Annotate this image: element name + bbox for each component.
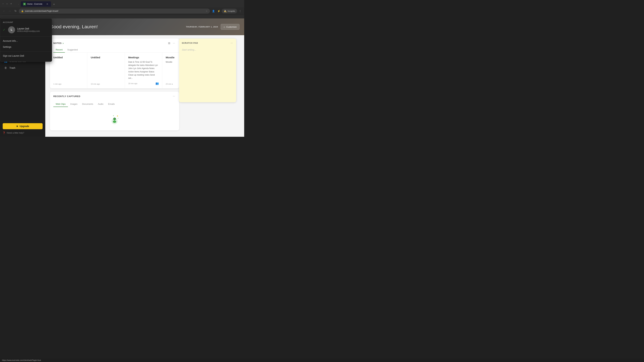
dropdown-user-name: Lauren Deli	[17, 27, 40, 30]
check-icon: ✓	[3, 28, 5, 32]
address-bar[interactable]: 🔒 evernote.com/client/web?login=true#/ ☆	[19, 8, 210, 13]
menu-btn[interactable]: ⋮	[238, 9, 242, 13]
note-time-2: 15 min ago	[91, 83, 100, 85]
trash-icon: 🗑	[4, 66, 8, 69]
tab-bar: ‹ E Home - Evernote ✕ +	[15, 1, 58, 7]
upgrade-label: Upgrade	[20, 125, 29, 128]
notes-add-btn[interactable]: ⊞	[167, 41, 171, 45]
notes-actions: ⊞ ···	[167, 41, 176, 45]
captured-title: RECENTLY CAPTURED	[53, 95, 80, 97]
window-controls: ─ □ ✕	[2, 2, 12, 5]
tab-web-clips[interactable]: Web Clips	[53, 101, 68, 107]
customize-label: Customize	[226, 26, 237, 28]
incognito-icon: 🕵	[224, 10, 226, 12]
notes-tabs: Recent Suggested	[50, 47, 179, 53]
notes-title: NOTES ›	[53, 42, 64, 45]
window-close-btn[interactable]: ✕	[10, 2, 12, 5]
tab-documents[interactable]: Documents	[80, 101, 96, 107]
incognito-label: Incognito	[228, 10, 235, 12]
incognito-btn[interactable]: 🕵 Incognito	[222, 9, 237, 13]
upgrade-btn[interactable]: ★ Upgrade	[3, 123, 42, 129]
customize-btn[interactable]: ⌂ Customize	[221, 24, 240, 30]
help-label: Need a little help?	[7, 132, 24, 134]
note-footer-3: 19 min ago 👥	[128, 82, 159, 85]
dropdown-settings[interactable]: Settings	[0, 44, 52, 50]
note-time-4: 23 min a	[166, 83, 173, 85]
note-card-4[interactable]: Moodie Moodie 23 min a	[162, 53, 179, 88]
notes-arrow-icon[interactable]: ›	[63, 42, 64, 45]
app-layout: L Lauren Deli ▾ ⚙ ⌂ Home 📝 Notes ▶ 📓 Not…	[0, 18, 244, 137]
note-footer-4: 23 min a	[166, 83, 176, 85]
dropdown-user-email: b93b1c4d@moodjoy.com	[17, 30, 40, 32]
note-card-1[interactable]: Untitled 1 min ago	[50, 53, 87, 88]
help-link[interactable]: ❓ Need a little help?	[3, 131, 42, 135]
hero-greeting: Good evening, Lauren!	[50, 24, 98, 29]
note-time-1: 1 min ago	[53, 83, 62, 85]
tab-recent[interactable]: Recent	[53, 47, 65, 53]
dropdown-divider-2	[0, 51, 52, 51]
note-footer-2: 15 min ago	[91, 83, 121, 85]
tab-favicon: E	[23, 3, 26, 5]
scratch-pad-more-btn[interactable]: ···	[230, 41, 234, 45]
forward-btn[interactable]: →	[8, 9, 12, 13]
reload-btn[interactable]: ↻	[13, 9, 18, 13]
svg-text:★: ★	[113, 115, 114, 116]
tab-title: Home - Evernote	[27, 3, 44, 5]
scratch-pad-placeholder: Start writing...	[182, 48, 196, 51]
hero-right: THURSDAY, FEBRUARY 1, 2024 ⌂ Customize	[186, 24, 240, 30]
new-tab-btn[interactable]: +	[52, 2, 56, 7]
captured-content: ★ ★ ★ E	[50, 107, 179, 130]
svg-point-2	[113, 120, 116, 123]
note-title-4: Moodie	[166, 56, 176, 59]
browser-titlebar: ─ □ ✕ ‹ E Home - Evernote ✕ +	[0, 0, 244, 7]
sidebar-item-trash[interactable]: 🗑 Trash	[1, 65, 44, 71]
captured-more-btn[interactable]: ···	[172, 94, 176, 98]
content-area: NOTES › ⊞ ··· Recent Suggested	[45, 35, 244, 137]
dropdown-account-item[interactable]: ✓ L Lauren Deli b93b1c4d@moodjoy.com	[0, 25, 52, 35]
note-time-3: 19 min ago	[128, 82, 137, 84]
tab-emails[interactable]: Emails	[106, 101, 117, 107]
profile-icon[interactable]: 👤	[211, 9, 216, 13]
dropdown-user-info: Lauren Deli b93b1c4d@moodjoy.com	[17, 27, 40, 32]
captured-widget: RECENTLY CAPTURED ··· Web Clips Images D…	[50, 92, 179, 130]
extensions-btn[interactable]: ⚡	[216, 9, 221, 13]
help-icon: ❓	[3, 132, 5, 134]
hero-header: Good evening, Lauren! THURSDAY, FEBRUARY…	[45, 18, 244, 35]
note-card-3[interactable]: Meetings Date & Time 12:00 Goal To deleg…	[125, 53, 162, 88]
tab-audio[interactable]: Audio	[96, 101, 106, 107]
note-preview-4: Moodie	[166, 60, 176, 64]
note-title-1: Untitled	[53, 56, 84, 59]
content-row: NOTES › ⊞ ··· Recent Suggested	[50, 38, 240, 130]
scratch-pad-header: SCRATCH PAD ···	[179, 38, 236, 47]
scratch-pad: SCRATCH PAD ··· Start writing...	[179, 38, 236, 102]
sidebar: L Lauren Deli ▾ ⚙ ⌂ Home 📝 Notes ▶ 📓 Not…	[0, 18, 45, 137]
tab-prev-btn[interactable]: ‹	[16, 2, 21, 7]
scratch-pad-body[interactable]: Start writing...	[179, 47, 236, 97]
captured-actions: ···	[172, 94, 176, 98]
sidebar-footer: ★ Upgrade ❓ Need a little help?	[0, 121, 45, 137]
notes-widget-header: NOTES › ⊞ ···	[50, 38, 179, 47]
notes-grid: Untitled 1 min ago Untitled	[50, 53, 179, 88]
main-column: NOTES › ⊞ ··· Recent Suggested	[50, 38, 179, 130]
sidebar-item-trash-label: Trash	[10, 66, 41, 69]
tab-close-btn[interactable]: ✕	[46, 2, 49, 6]
back-btn[interactable]: ←	[2, 9, 6, 13]
notes-more-btn[interactable]: ···	[172, 41, 176, 45]
svg-text:★: ★	[116, 115, 118, 117]
empty-state-svg: ★ ★ ★ E	[108, 112, 121, 125]
window-maximize-btn[interactable]: □	[6, 2, 8, 5]
note-card-2[interactable]: Untitled 15 min ago	[88, 53, 124, 88]
window-minimize-btn[interactable]: ─	[2, 2, 4, 5]
tab-suggested[interactable]: Suggested	[65, 47, 80, 53]
tab-images[interactable]: Images	[68, 101, 80, 107]
hero-date: THURSDAY, FEBRUARY 1, 2024	[186, 26, 218, 28]
shared-users-icon: 👥	[156, 82, 159, 85]
tab-evernote[interactable]: E Home - Evernote ✕	[21, 1, 51, 7]
account-dropdown: ACCOUNT ✓ L Lauren Deli b93b1c4d@moodjoy…	[0, 18, 52, 62]
note-title-3: Meetings	[128, 56, 159, 59]
dropdown-signout[interactable]: Sign out Lauren Deli	[0, 53, 52, 59]
browser-chrome: ─ □ ✕ ‹ E Home - Evernote ✕ + ←	[0, 0, 244, 18]
captured-header: RECENTLY CAPTURED ···	[50, 92, 179, 100]
dropdown-account-info[interactable]: Account info...	[0, 38, 52, 44]
browser-toolbar: ← → ↻ 🔒 evernote.com/client/web?login=tr…	[0, 7, 244, 15]
